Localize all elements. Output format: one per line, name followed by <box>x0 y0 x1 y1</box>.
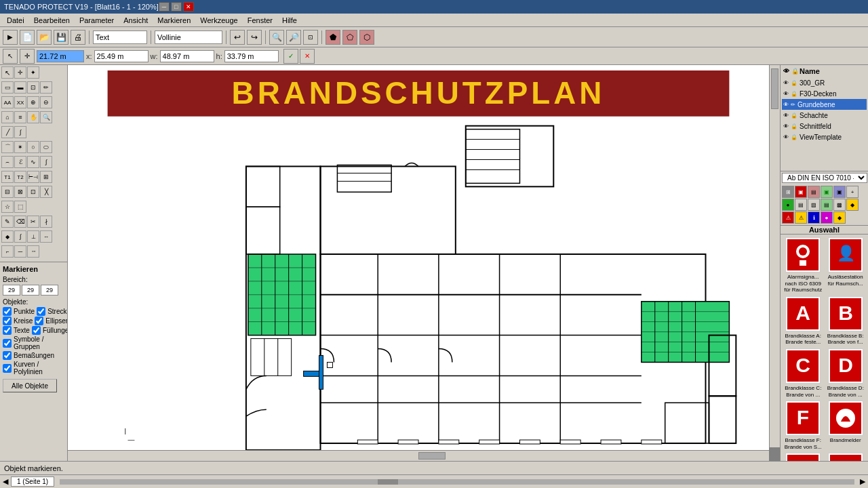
tool-cross[interactable]: ✛ <box>14 66 26 79</box>
text-style-input[interactable] <box>93 30 147 44</box>
sym-btn-9[interactable]: ▨ <box>808 199 820 211</box>
sym-btn-info[interactable]: ℹ <box>808 211 820 224</box>
check-punkte-input[interactable] <box>3 307 12 316</box>
tool-circle[interactable]: ○ <box>27 141 39 153</box>
close-button[interactable]: ✕ <box>183 2 194 12</box>
symbol-ausloesestation[interactable]: 👤 Ausläsestation für Raumsch... <box>826 237 866 293</box>
tool-symbol[interactable]: ☆ <box>1 201 14 213</box>
tool-scissors[interactable]: ✂ <box>27 216 39 228</box>
canvas-area[interactable]: BRANDSCHUTZPLAN <box>68 65 780 461</box>
tool-edit[interactable]: ✎ <box>1 216 14 228</box>
draw-btn2[interactable]: ⬠ <box>342 30 357 45</box>
sym-btn-6[interactable]: + <box>846 186 859 198</box>
sym-btn-2[interactable]: ▣ <box>795 186 807 198</box>
h-scroll-thumb[interactable] <box>378 479 398 485</box>
tool-select[interactable]: ▶ <box>3 30 18 45</box>
zoom-fit-button[interactable]: ⊡ <box>303 30 318 45</box>
zoom-in-button[interactable]: 🔍 <box>269 30 284 45</box>
tool-home[interactable]: ⌂ <box>1 111 14 123</box>
sym-btn-circ[interactable]: ● <box>821 211 833 224</box>
symbol-brandklasse-b[interactable]: B Brandklasse B: Brande von f... <box>826 296 866 346</box>
layer-row-grundebene[interactable]: 👁 ✏ Grundebene <box>782 99 867 110</box>
check-strecken-input[interactable] <box>37 307 45 316</box>
draw-btn3[interactable]: ⬡ <box>359 30 374 45</box>
scrollbar-vertical[interactable] <box>769 65 780 447</box>
tool-table[interactable]: ⊠ <box>14 186 26 198</box>
sym-btn-last[interactable]: ◆ <box>833 211 846 224</box>
undo-button[interactable]: ↩ <box>230 30 245 45</box>
menu-datei[interactable]: Datei <box>3 15 28 26</box>
check-bemassung-input[interactable] <box>3 351 12 360</box>
sym-btn-1[interactable]: ⊞ <box>782 186 794 198</box>
zoom-out-button[interactable]: 🔎 <box>286 30 301 45</box>
tool-plus[interactable]: ⊕ <box>27 96 39 108</box>
tool-grid2[interactable]: ⊟ <box>1 186 14 198</box>
tool-grid[interactable]: ⊞ <box>40 171 52 183</box>
coord-w-input[interactable] <box>160 50 214 62</box>
tool-rect2[interactable]: ▬ <box>14 81 26 94</box>
tool-layers[interactable]: ≡ <box>14 111 26 123</box>
tool-minus[interactable]: ⊖ <box>40 96 52 108</box>
sym-btn-warn[interactable]: ⚠ <box>795 211 807 224</box>
check-fuellungen-input[interactable] <box>32 326 41 335</box>
symbol-brandmeldetel[interactable]: 📞 Brandmeldetel... <box>826 453 866 461</box>
maximize-button[interactable]: □ <box>171 2 182 12</box>
tool-star[interactable]: ✶ <box>14 141 26 153</box>
check-ellipsen-input[interactable] <box>35 317 43 325</box>
tool-line[interactable]: ╱ <box>1 126 14 138</box>
tool-knife[interactable]: ∤ <box>40 216 52 228</box>
tool-save[interactable]: 💾 <box>54 30 68 45</box>
sym-btn-red[interactable]: ⚠ <box>782 211 794 224</box>
draw-btn1[interactable]: ⬟ <box>326 30 340 45</box>
check-kurven-input[interactable] <box>3 364 12 373</box>
tool-arrow[interactable]: ↖ <box>1 66 14 79</box>
check-symbole-input[interactable] <box>3 339 12 348</box>
layer-row-viewtemplate[interactable]: 👁 🔒 ViewTemplate <box>782 131 867 142</box>
ok-button[interactable]: ✓ <box>283 49 298 64</box>
tool-line2[interactable]: ─ <box>14 245 26 258</box>
symbol-alarmsignal[interactable]: Alarmsigna... nach ISO 6309 für Raumschu… <box>783 237 823 293</box>
sym-btn-12[interactable]: ◆ <box>846 199 859 211</box>
tool-eraser[interactable]: ⌫ <box>14 216 26 228</box>
check-texte-input[interactable] <box>3 326 12 335</box>
page-tab-1[interactable]: 1 (Seite 1) <box>11 476 54 487</box>
scroll-thumb-h[interactable] <box>418 452 446 460</box>
tool-aa[interactable]: AA <box>1 96 14 108</box>
tool-xx[interactable]: XX <box>14 96 26 108</box>
redo-button[interactable]: ↪ <box>247 30 262 45</box>
tool-pencil[interactable]: ✏ <box>40 81 52 94</box>
tool-rect[interactable]: ▭ <box>1 81 14 94</box>
sym-btn-7[interactable]: ● <box>782 199 794 211</box>
range-input-1[interactable] <box>3 285 20 296</box>
tool-open[interactable]: 📂 <box>37 30 52 45</box>
tool-dash[interactable]: ╌ <box>27 245 39 258</box>
layer-row-schachte[interactable]: 👁 🔒 Schachte <box>782 110 867 121</box>
tool-zoom[interactable]: 🔍 <box>40 111 52 123</box>
menu-werkzeuge[interactable]: Werkzeuge <box>196 15 241 26</box>
menu-bearbeiten[interactable]: Bearbeiten <box>30 15 74 26</box>
layer-row-300gr[interactable]: 👁 🔒 300_GR <box>782 77 867 88</box>
tool-hatch[interactable]: ╳ <box>40 186 52 198</box>
check-kreise-input[interactable] <box>3 317 12 325</box>
coord-y-input[interactable] <box>94 50 149 62</box>
sym-btn-8[interactable]: ▤ <box>795 199 807 211</box>
layer-row-f30[interactable]: 👁 🔒 F30-Decken <box>782 88 867 99</box>
sym-btn-5[interactable]: ▣ <box>833 186 846 198</box>
tool-print[interactable]: 🖨 <box>71 30 85 45</box>
menu-markieren[interactable]: Markieren <box>153 15 195 26</box>
symbol-brandklasse-c[interactable]: C Brandklasse C: Brande von ... <box>783 348 823 398</box>
drawing-area[interactable]: BRANDSCHUTZPLAN <box>68 65 769 450</box>
tool-hand[interactable]: ✋ <box>27 111 39 123</box>
tool-wave[interactable]: ∿ <box>27 156 39 168</box>
menu-parameter[interactable]: Parameter <box>75 15 118 26</box>
symbol-brandmelder[interactable]: Brandmelder <box>826 401 866 450</box>
tool-poly-line[interactable]: ⌒ <box>1 141 14 153</box>
coord-h-input[interactable] <box>224 50 279 62</box>
tool-t2[interactable]: T2 <box>14 171 26 183</box>
tool-group[interactable]: ⬚ <box>14 201 26 213</box>
menu-fenster[interactable]: Fenster <box>243 15 277 26</box>
range-input-3[interactable] <box>41 285 58 296</box>
scroll-thumb-v[interactable] <box>771 68 778 109</box>
symbol-brandmelder-manuell[interactable]: 🔔 Brandmelder, manuell na... <box>783 453 823 461</box>
tool-magic[interactable]: ✦ <box>27 66 39 79</box>
